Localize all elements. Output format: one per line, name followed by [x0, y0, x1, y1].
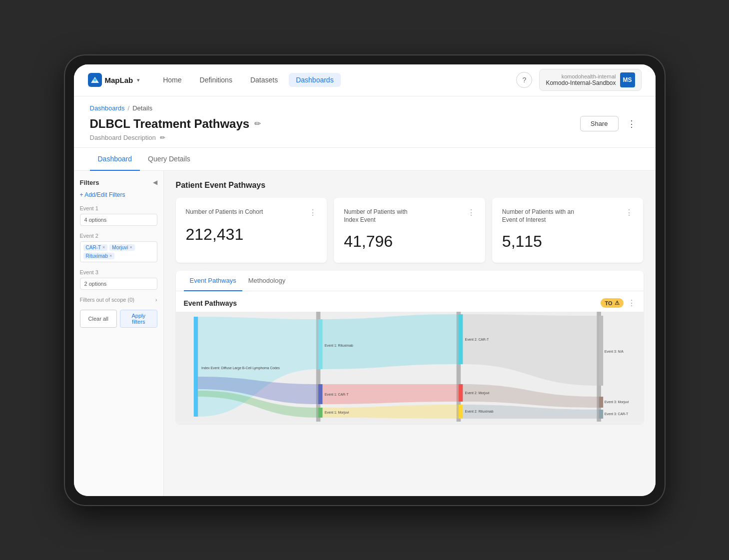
- event3-label: Event 3: [80, 269, 157, 275]
- add-filters-link[interactable]: + Add/Edit Filters: [80, 191, 157, 198]
- event2-tags: CAR-T × Morjuvi × Rituximab ×: [80, 241, 157, 262]
- tag-cart-remove[interactable]: ×: [102, 245, 105, 250]
- stat-interest-label: Number of Patients with an Event of Inte…: [502, 208, 582, 225]
- stat-interest-more[interactable]: ⋮: [625, 208, 633, 217]
- svg-text:Index Event: Diffuse Large B-C: Index Event: Diffuse Large B-Cell Lympho…: [201, 366, 280, 371]
- svg-rect-12: [458, 384, 463, 402]
- svg-text:Event 2: Morjuvi: Event 2: Morjuvi: [465, 391, 489, 396]
- user-info: komodohealth-internal Komodo-Internal-Sa…: [546, 73, 616, 86]
- filters-out-chevron: ›: [155, 297, 157, 303]
- svg-rect-16: [599, 410, 603, 419]
- sidebar-collapse-button[interactable]: ◀: [153, 179, 157, 186]
- svg-text:Event 3: N/A: Event 3: N/A: [604, 349, 623, 354]
- stat-card-index-header: Number of Patients with Index Event ⋮: [344, 208, 475, 225]
- svg-rect-13: [458, 405, 463, 419]
- tab-query-details[interactable]: Query Details: [140, 148, 198, 171]
- tag-rituximab-remove[interactable]: ×: [109, 253, 112, 258]
- tag-morjuvi: Morjuvi ×: [109, 244, 135, 251]
- tabs-bar: Dashboard Query Details: [74, 148, 656, 171]
- user-workspace: Komodo-Internal-Sandbox: [546, 79, 616, 86]
- event3-filter: Event 3 2 options: [80, 269, 157, 290]
- svg-rect-14: [599, 316, 603, 386]
- stat-card-cohort: Number of Patients in Cohort ⋮ 212,431: [176, 198, 327, 263]
- help-button[interactable]: ?: [516, 72, 532, 88]
- stats-row: Number of Patients in Cohort ⋮ 212,431 N…: [176, 198, 644, 263]
- logo-text: MapLab: [105, 76, 133, 84]
- section-title: Patient Event Pathways: [176, 181, 644, 190]
- stat-index-value: 41,796: [344, 232, 475, 251]
- breadcrumb-details: Details: [132, 104, 152, 112]
- nav-definitions[interactable]: Definitions: [193, 73, 239, 87]
- share-button[interactable]: Share: [580, 116, 619, 131]
- user-org: komodohealth-internal: [562, 73, 616, 79]
- pathways-more-button[interactable]: ⋮: [628, 298, 636, 308]
- stat-cohort-more[interactable]: ⋮: [309, 208, 317, 217]
- stat-card-interest: Number of Patients with an Event of Inte…: [492, 198, 644, 263]
- breadcrumb-separator: /: [128, 104, 130, 112]
- stat-interest-value: 5,115: [502, 232, 634, 251]
- stat-index-label: Number of Patients with Index Event: [344, 208, 424, 225]
- nav-datasets[interactable]: Datasets: [243, 73, 285, 87]
- sidebar-title: Filters: [80, 179, 99, 186]
- sidebar-actions: Clear all Apply filters: [80, 310, 157, 328]
- stat-index-more[interactable]: ⋮: [467, 208, 475, 217]
- page-more-button[interactable]: ⋮: [624, 116, 640, 132]
- tab-methodology[interactable]: Methodology: [242, 271, 291, 291]
- svg-text:Event 1: Morjuvi: Event 1: Morjuvi: [324, 410, 349, 415]
- apply-filters-button[interactable]: Apply filters: [120, 310, 157, 328]
- breadcrumb-dashboards[interactable]: Dashboards: [90, 104, 125, 112]
- svg-rect-11: [458, 314, 463, 364]
- page-title: DLBCL Treatment Pathways: [90, 117, 250, 131]
- event1-select[interactable]: 4 options: [80, 214, 157, 226]
- stat-card-index: Number of Patients with Index Event ⋮ 41…: [334, 198, 485, 263]
- stat-card-cohort-header: Number of Patients in Cohort ⋮: [186, 208, 317, 217]
- filters-out-of-scope[interactable]: Filters out of scope (0) ›: [80, 297, 157, 303]
- warning-badge: TO ⚠: [601, 298, 623, 308]
- svg-text:Event 1: Rituximab: Event 1: Rituximab: [324, 343, 353, 348]
- sidebar-header: Filters ◀: [80, 179, 157, 186]
- pathways-card-tabs: Event Pathways Methodology: [176, 271, 644, 291]
- tab-dashboard[interactable]: Dashboard: [90, 148, 140, 171]
- tag-rituximab: Rituximab ×: [83, 253, 115, 259]
- nav-dashboards[interactable]: Dashboards: [289, 73, 341, 87]
- page-desc-row: Dashboard Description ✏: [90, 134, 640, 147]
- sidebar: Filters ◀ + Add/Edit Filters Event 1 4 o…: [74, 171, 164, 496]
- stat-card-interest-header: Number of Patients with an Event of Inte…: [502, 208, 634, 225]
- page-title-left: DLBCL Treatment Pathways ✏: [90, 117, 261, 131]
- tag-morjuvi-remove[interactable]: ×: [130, 245, 132, 250]
- svg-rect-10: [318, 408, 323, 418]
- page-description: Dashboard Description: [90, 134, 156, 141]
- event3-select[interactable]: 2 options: [80, 278, 157, 290]
- page-header: Dashboards / Details DLBCL Treatment Pat…: [74, 96, 656, 148]
- app-window: MapLab ▾ Home Definitions Datasets Dashb…: [74, 64, 656, 496]
- logo-area: MapLab ▾: [88, 73, 140, 87]
- event2-filter: Event 2 CAR-T × Morjuvi × Rituximab ×: [80, 233, 157, 262]
- desc-edit-icon[interactable]: ✏: [160, 134, 165, 141]
- warning-icon: ⚠: [615, 300, 620, 306]
- navbar: MapLab ▾ Home Definitions Datasets Dashb…: [74, 64, 656, 96]
- pathways-card: Event Pathways Methodology Event Pathway…: [176, 271, 644, 424]
- pathways-card-header: Event Pathways TO ⚠ ⋮: [176, 291, 644, 312]
- event2-label: Event 2: [80, 233, 157, 239]
- tag-cart: CAR-T ×: [83, 244, 108, 251]
- dashboard-area: Patient Event Pathways Number of Patient…: [164, 171, 656, 496]
- svg-rect-7: [193, 317, 198, 417]
- device-frame: MapLab ▾ Home Definitions Datasets Dashb…: [65, 55, 665, 505]
- svg-text:Event 1: CAR-T: Event 1: CAR-T: [324, 392, 348, 397]
- user-badge: komodohealth-internal Komodo-Internal-Sa…: [539, 69, 641, 91]
- title-edit-icon[interactable]: ✏: [254, 119, 261, 128]
- warning-badge-text: TO: [605, 300, 612, 306]
- svg-text:Event 3: CAR-T: Event 3: CAR-T: [604, 412, 628, 417]
- svg-rect-9: [318, 384, 323, 404]
- tab-event-pathways[interactable]: Event Pathways: [184, 271, 242, 291]
- pathways-card-title: Event Pathways: [184, 299, 237, 307]
- logo-dropdown-icon[interactable]: ▾: [137, 77, 140, 83]
- clear-all-button[interactable]: Clear all: [80, 310, 117, 328]
- svg-point-2: [93, 78, 96, 81]
- page-title-right: Share ⋮: [580, 116, 640, 132]
- nav-home[interactable]: Home: [156, 73, 188, 87]
- svg-text:Event 2: CAR-T: Event 2: CAR-T: [465, 337, 489, 342]
- user-avatar: MS: [620, 72, 635, 87]
- sankey-chart-area: Index Event: Diffuse Large B-Cell Lympho…: [176, 312, 644, 424]
- breadcrumb: Dashboards / Details: [90, 104, 640, 112]
